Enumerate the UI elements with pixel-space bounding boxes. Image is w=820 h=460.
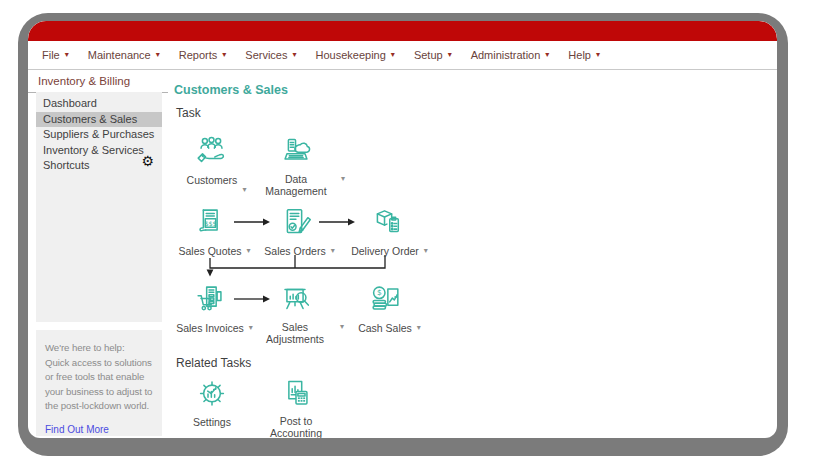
main-content: Customers & Sales Task Related Tasks <box>168 70 777 438</box>
task-label: Sales Adjustments▾ <box>255 321 335 345</box>
task-label: Settings <box>193 416 231 428</box>
task-sales-invoices[interactable]: Sales Invoices▾ <box>170 280 250 336</box>
task-sales-adjustments[interactable]: Sales Adjustments▾ <box>255 280 335 347</box>
menu-item-label: Reports <box>179 49 218 61</box>
task-label: Customers <box>187 174 238 186</box>
task-customers[interactable]: Customers▾ <box>172 132 252 188</box>
help-panel: We're here to help: Quick access to solu… <box>36 330 162 436</box>
task-label: Data Management▾ <box>256 173 336 197</box>
task-label: Post to Accounting <box>256 415 336 438</box>
task-sales-quotes[interactable]: $$$ Sales Quotes▾ <box>170 203 250 259</box>
menu-item-label: Maintenance <box>88 49 151 61</box>
menu-item-administration[interactable]: Administration▾ <box>471 49 550 61</box>
svg-text:$$$: $$$ <box>204 220 216 228</box>
task-delivery-order[interactable]: Delivery Order▾ <box>345 203 425 259</box>
chevron-down-icon: ▾ <box>222 51 226 59</box>
sales-orders-icon <box>255 203 335 241</box>
menu-item-reports[interactable]: Reports▾ <box>179 49 227 61</box>
menu-item-label: File <box>42 49 60 61</box>
related-tasks-section-label: Related Tasks <box>176 356 251 370</box>
task-section-label: Task <box>176 106 201 120</box>
task-label: Delivery Order▾ <box>351 245 419 257</box>
help-text: Quick access to solutions or free tools … <box>45 356 160 414</box>
task-post-to-accounting[interactable]: Post to Accounting <box>256 374 336 438</box>
chevron-down-icon: ▾ <box>293 51 297 59</box>
app-body: Inventory & Billing DashboardCustomers &… <box>28 70 777 438</box>
menu-item-setup[interactable]: Setup▾ <box>414 49 452 61</box>
cash-sales-icon: $ <box>345 280 425 318</box>
chevron-down-icon: ▾ <box>545 51 549 59</box>
menu-item-file[interactable]: File▾ <box>42 49 69 61</box>
chevron-down-icon[interactable]: ▾ <box>417 323 421 333</box>
task-label: Sales Invoices▾ <box>176 322 244 334</box>
window-titlebar <box>28 21 777 41</box>
menu-item-label: Setup <box>414 49 443 61</box>
task-data-management[interactable]: Data Management▾ <box>256 132 336 199</box>
sales-adjustments-icon <box>255 280 335 318</box>
chevron-down-icon[interactable]: ▾ <box>340 322 344 332</box>
page-title: Customers & Sales <box>174 83 288 97</box>
chevron-down-icon[interactable]: ▾ <box>341 174 345 184</box>
settings-icon <box>172 374 252 412</box>
task-label: Sales Orders▾ <box>264 245 325 257</box>
task-settings[interactable]: Settings <box>172 374 252 430</box>
chevron-down-icon[interactable]: ▾ <box>247 246 251 256</box>
menu-item-maintenance[interactable]: Maintenance▾ <box>88 49 160 61</box>
sidebar-nav: DashboardCustomers & SalesSuppliers & Pu… <box>36 92 162 322</box>
sidebar-title: Inventory & Billing <box>28 70 168 93</box>
menu-item-label: Help <box>568 49 591 61</box>
menu-item-label: Housekeeping <box>316 49 386 61</box>
chevron-down-icon: ▾ <box>596 51 600 59</box>
svg-text:$: $ <box>377 288 382 297</box>
menu-item-label: Services <box>245 49 287 61</box>
task-label: Sales Quotes▾ <box>178 245 241 257</box>
sidebar-item-customers-sales[interactable]: Customers & Sales <box>36 112 162 128</box>
customers-icon <box>172 132 252 170</box>
menu-item-housekeeping[interactable]: Housekeeping▾ <box>316 49 395 61</box>
chevron-down-icon: ▾ <box>391 51 395 59</box>
task-label: Cash Sales▾ <box>358 322 412 334</box>
window-frame: File▾Maintenance▾Reports▾Services▾Housek… <box>18 13 788 456</box>
app-window: File▾Maintenance▾Reports▾Services▾Housek… <box>28 21 777 438</box>
chevron-down-icon: ▾ <box>156 51 160 59</box>
menu-item-help[interactable]: Help▾ <box>568 49 600 61</box>
post-to-accounting-icon <box>256 374 336 412</box>
sales-invoices-icon <box>170 280 250 318</box>
find-out-more-link[interactable]: Find Out More <box>45 424 109 435</box>
menu-bar: File▾Maintenance▾Reports▾Services▾Housek… <box>28 41 777 70</box>
sales-quotes-icon: $$$ <box>170 203 250 241</box>
menu-item-services[interactable]: Services▾ <box>245 49 296 61</box>
chevron-down-icon[interactable]: ▾ <box>249 323 253 333</box>
task-sales-orders[interactable]: Sales Orders▾ <box>255 203 335 259</box>
sidebar: Inventory & Billing DashboardCustomers &… <box>28 70 168 438</box>
chevron-down-icon: ▾ <box>448 51 452 59</box>
sidebar-item-dashboard[interactable]: Dashboard <box>36 96 162 112</box>
chevron-down-icon[interactable]: ▾ <box>424 246 428 256</box>
chevron-down-icon[interactable]: ▾ <box>331 246 335 256</box>
chevron-down-icon[interactable]: ▾ <box>242 185 246 195</box>
delivery-order-icon <box>345 203 425 241</box>
sidebar-item-suppliers-purchases[interactable]: Suppliers & Purchases <box>36 127 162 143</box>
chevron-down-icon: ▾ <box>65 51 69 59</box>
help-heading: We're here to help: <box>45 341 160 356</box>
menu-item-label: Administration <box>471 49 541 61</box>
data-management-icon <box>256 132 336 170</box>
gear-icon[interactable]: ⚙ <box>141 154 154 168</box>
screenshot-canvas: File▾Maintenance▾Reports▾Services▾Housek… <box>0 0 820 460</box>
task-cash-sales[interactable]: $ Cash Sales▾ <box>345 280 425 336</box>
